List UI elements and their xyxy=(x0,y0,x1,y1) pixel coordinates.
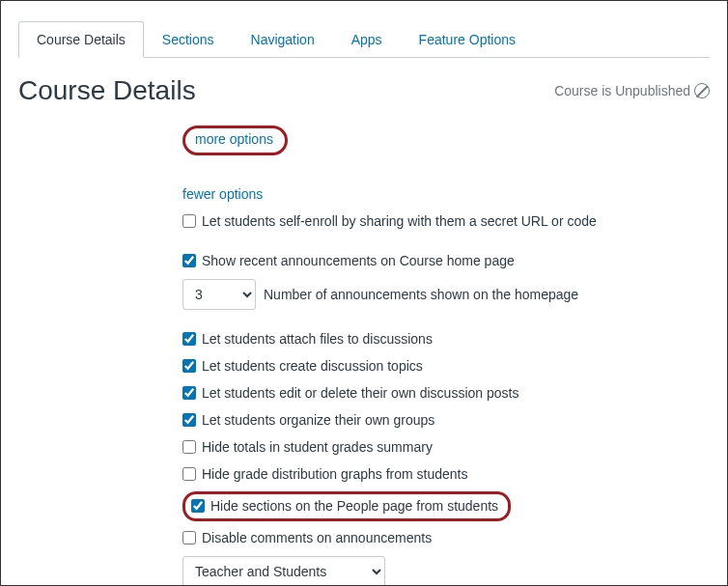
label-edit-posts: Let students edit or delete their own di… xyxy=(202,383,518,404)
tab-sections[interactable]: Sections xyxy=(144,21,233,58)
course-status-label: Course is Unpublished xyxy=(554,83,690,98)
label-hide-sections: Hide sections on the People page from st… xyxy=(210,496,498,516)
highlight-more-options: more options xyxy=(182,126,288,155)
label-disable-comments: Disable comments on announcements xyxy=(202,528,432,548)
select-page-editors[interactable]: Teacher and Students xyxy=(182,556,385,586)
label-create-topics: Let students create discussion topics xyxy=(202,356,423,377)
label-hide-totals: Hide totals in student grades summary xyxy=(202,437,433,458)
label-hide-distribution: Hide grade distribution graphs from stud… xyxy=(202,464,467,485)
checkbox-organize-groups[interactable] xyxy=(182,413,196,427)
tab-navigation[interactable]: Navigation xyxy=(233,21,333,58)
tab-course-details[interactable]: Course Details xyxy=(18,21,144,58)
label-organize-groups: Let students organize their own groups xyxy=(202,410,434,431)
label-self-enroll: Let students self-enroll by sharing with… xyxy=(202,211,597,232)
checkbox-announcements[interactable] xyxy=(182,254,196,267)
tab-feature-options[interactable]: Feature Options xyxy=(401,21,534,58)
label-attach-files: Let students attach files to discussions xyxy=(202,329,433,349)
more-options-link[interactable]: more options xyxy=(195,131,273,147)
checkbox-create-topics[interactable] xyxy=(182,359,196,373)
fewer-options-link[interactable]: fewer options xyxy=(182,184,263,205)
checkbox-disable-comments[interactable] xyxy=(182,531,196,544)
checkbox-hide-totals[interactable] xyxy=(182,440,196,454)
unpublished-icon xyxy=(694,83,710,98)
checkbox-self-enroll[interactable] xyxy=(182,214,196,228)
highlight-hide-sections: Hide sections on the People page from st… xyxy=(182,491,511,521)
settings-tabs: Course Details Sections Navigation Apps … xyxy=(18,20,710,58)
checkbox-edit-posts[interactable] xyxy=(182,386,196,400)
checkbox-hide-sections[interactable] xyxy=(191,499,205,513)
tab-apps[interactable]: Apps xyxy=(333,21,401,58)
course-status: Course is Unpublished xyxy=(554,83,710,98)
select-announcement-count[interactable]: 3 xyxy=(182,279,256,310)
page-title: Course Details xyxy=(18,75,196,106)
label-announcements: Show recent announcements on Course home… xyxy=(202,251,515,271)
label-announcement-count: Number of announcements shown on the hom… xyxy=(264,287,578,302)
checkbox-hide-distribution[interactable] xyxy=(182,467,196,481)
checkbox-attach-files[interactable] xyxy=(182,332,196,346)
